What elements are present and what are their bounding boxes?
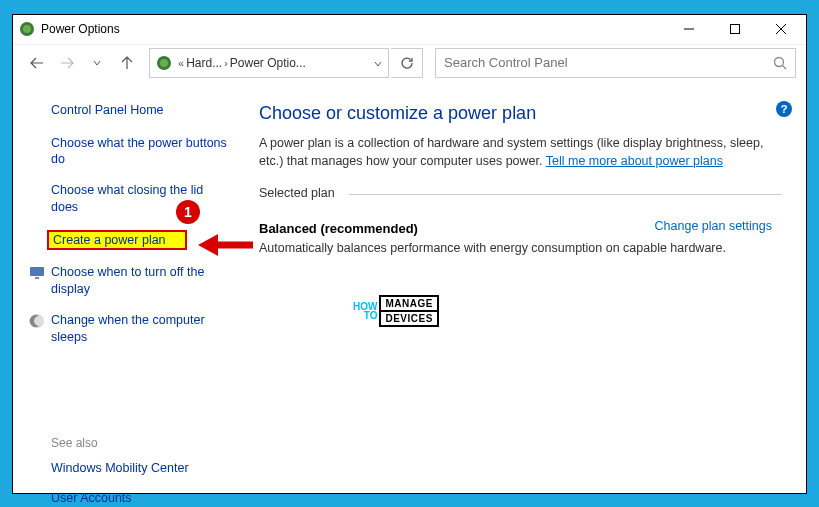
power-options-window: Power Options « Hard... › Power Optio...… [12,14,807,494]
sidebar-link-user-accounts[interactable]: User Accounts [51,490,229,507]
svg-rect-10 [30,267,44,276]
see-also-label: See also [51,436,229,450]
sidebar-link-power-buttons[interactable]: Choose what the power buttons do [51,135,229,169]
window-controls [666,15,804,43]
breadcrumb-sep: « [178,57,184,69]
breadcrumb-item[interactable]: Hard... [186,56,222,70]
power-icon [19,21,35,37]
sidebar: Control Panel Home Choose what the power… [27,89,237,479]
svg-point-7 [160,59,168,67]
plan-name: Balanced (recommended) [259,221,418,236]
divider [349,194,782,195]
minimize-button[interactable] [666,15,712,43]
forward-button[interactable] [53,49,81,77]
sidebar-link-turn-off-display[interactable]: Choose when to turn off the display [29,264,229,298]
sidebar-link-sleep[interactable]: Change when the computer sleeps [29,312,229,346]
svg-line-9 [783,65,787,69]
svg-marker-14 [198,234,218,256]
svg-point-1 [23,25,31,33]
recent-dropdown[interactable] [83,49,111,77]
search-icon [773,56,787,70]
power-icon [156,55,172,71]
svg-rect-11 [35,277,39,279]
sidebar-link-mobility-center[interactable]: Windows Mobility Center [51,460,229,477]
annotation-badge-1: 1 [176,200,200,224]
plan-description: Automatically balances performance with … [259,241,782,255]
breadcrumb-item[interactable]: Power Optio... [230,56,306,70]
maximize-button[interactable] [712,15,758,43]
back-button[interactable] [23,49,51,77]
control-panel-home-link[interactable]: Control Panel Home [51,103,229,117]
svg-rect-3 [731,25,740,34]
refresh-button[interactable] [391,48,423,78]
up-button[interactable] [113,49,141,77]
window-title: Power Options [41,22,666,36]
close-button[interactable] [758,15,804,43]
chevron-right-icon: › [224,57,228,69]
titlebar: Power Options [13,15,806,45]
see-also-section: See also Windows Mobility Center User Ac… [51,436,229,508]
moon-icon [29,313,45,329]
page-description: A power plan is a collection of hardware… [259,134,782,170]
main-content: Choose or customize a power plan A power… [237,89,792,479]
annotation-arrow-icon [198,230,258,260]
monitor-icon [29,265,45,281]
watermark: HOW TO MANAGE DEVICES [353,295,439,327]
toolbar: « Hard... › Power Optio... [13,45,806,81]
sidebar-link-closing-lid[interactable]: Choose what closing the lid does [51,182,229,216]
search-input[interactable] [444,55,773,70]
address-bar[interactable]: « Hard... › Power Optio... [149,48,389,78]
tell-me-more-link[interactable]: Tell me more about power plans [546,154,723,168]
page-title: Choose or customize a power plan [259,103,782,124]
search-bar[interactable] [435,48,796,78]
address-dropdown[interactable] [374,54,382,72]
sidebar-link-create-plan-highlighted[interactable]: Create a power plan [47,230,187,250]
body: Control Panel Home Choose what the power… [13,81,806,493]
plan-row: Balanced (recommended) Change plan setti… [259,219,782,255]
change-plan-settings-link[interactable]: Change plan settings [655,219,772,233]
svg-point-8 [775,57,784,66]
selected-plan-label: Selected plan [259,186,782,204]
